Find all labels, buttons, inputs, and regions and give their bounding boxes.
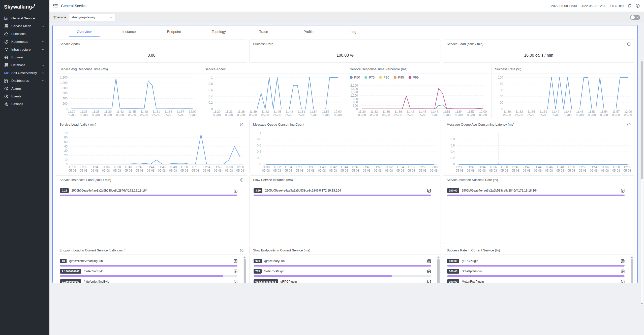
svg-text:11:57: 11:57 — [612, 110, 620, 114]
metric-list: 10/grpc/clientStreamingFun9.1666666667/o… — [56, 255, 247, 283]
info-icon[interactable] — [240, 249, 243, 252]
svg-text:11:36: 11:36 — [102, 165, 110, 169]
svg-text:05-08: 05-08 — [564, 114, 572, 117]
sidebar-item-label: Self Observability — [11, 71, 37, 75]
info-icon[interactable] — [240, 123, 243, 126]
view-toggle[interactable]: V — [630, 15, 640, 20]
legend-item[interactable]: P99 — [409, 76, 419, 79]
chevron-down-icon — [42, 80, 44, 82]
svg-text:05-08: 05-08 — [68, 114, 76, 117]
svg-text:05-08: 05-08 — [467, 114, 475, 117]
sidebar-item-events[interactable]: Events — [0, 92, 49, 100]
info-icon[interactable] — [627, 123, 631, 126]
metric-row: 613.3333333333gRPCPlugin — [250, 277, 441, 283]
svg-text:11:38: 11:38 — [501, 165, 508, 169]
svg-text:11:32: 11:32 — [273, 165, 281, 169]
service-select[interactable]: shenyu-gateway — [69, 14, 115, 21]
metric-label: gRPCPlugin — [462, 259, 478, 263]
metric-label: SofaRpcPlugin — [462, 270, 482, 273]
tab-trace[interactable]: Trace — [241, 26, 286, 38]
infrastructure-icon — [4, 47, 9, 52]
svg-text:11:52: 11:52 — [579, 165, 586, 169]
sidebar-item-settings[interactable]: Settings — [0, 100, 49, 108]
svg-text:05-08: 05-08 — [189, 114, 197, 117]
sidebar-item-self-observability[interactable]: Sw Self Observability — [0, 69, 49, 77]
svg-text:05-08: 05-08 — [600, 114, 608, 117]
card-scrollbar[interactable] — [243, 256, 246, 283]
svg-text:05-08: 05-08 — [523, 169, 531, 172]
info-icon[interactable] — [240, 178, 243, 182]
tab-overview[interactable]: Overview — [62, 26, 107, 38]
legend-item[interactable]: P95 — [394, 76, 404, 79]
svg-text:05-08: 05-08 — [307, 169, 315, 172]
inspect-button[interactable] — [234, 259, 237, 263]
svg-text:11:38: 11:38 — [113, 165, 121, 169]
inspect-button[interactable] — [427, 189, 431, 193]
chart-canvas: 00.20.40.60.8111:3005-0811:3205-0811:340… — [250, 129, 441, 173]
inspect-button[interactable] — [621, 280, 625, 283]
metric-value-badge: 715 — [254, 269, 262, 274]
sidebar-item-browser[interactable]: Browser — [0, 53, 49, 61]
legend-item[interactable]: P90 — [379, 76, 389, 79]
metric-bar — [60, 195, 237, 196]
svg-text:11:45: 11:45 — [419, 110, 426, 114]
tab-instance[interactable]: Instance — [107, 26, 151, 38]
sidebar-item-service-mesh[interactable]: Service Mesh — [0, 22, 49, 30]
scrollbar-thumb[interactable] — [641, 61, 643, 179]
inspect-button[interactable] — [234, 270, 237, 273]
inspect-chart-icon — [234, 189, 237, 193]
dashboard-toolbar: $Service shenyu-gateway V — [49, 12, 644, 23]
sidebar-item-database[interactable]: Database — [0, 61, 49, 69]
svg-text:11:30: 11:30 — [262, 165, 270, 169]
time-range[interactable]: 2022-05-08 11:30 ~ 2022-05-08 12:00 — [551, 4, 606, 8]
sidebar-item-general-service[interactable]: General Service — [0, 14, 49, 22]
inspect-chart-icon — [621, 270, 625, 273]
sidebar-item-alarms[interactable]: Alarms — [0, 85, 49, 92]
svg-text:11:45: 11:45 — [128, 110, 136, 114]
svg-text:11:45: 11:45 — [564, 110, 571, 114]
inspect-button[interactable] — [234, 189, 237, 193]
scroll-up-arrow[interactable] — [641, 59, 643, 60]
tab-profile[interactable]: Profile — [286, 26, 331, 38]
chart-canvas: 02040608010011:3005-0811:3305-0811:3605-… — [492, 73, 634, 118]
legend-item[interactable]: P50 — [350, 76, 360, 79]
app-logo[interactable]: Skywalking — [0, 0, 49, 14]
inspect-button[interactable] — [427, 280, 431, 283]
svg-text:05-08: 05-08 — [431, 114, 439, 117]
svg-text:05-08: 05-08 — [340, 169, 348, 172]
legend-item[interactable]: P75 — [364, 76, 375, 79]
inspect-button[interactable] — [621, 189, 625, 193]
info-icon[interactable] — [636, 4, 640, 8]
svg-text:05-08: 05-08 — [552, 114, 560, 117]
chart-legend: P50P75P90P95P99 — [350, 76, 419, 79]
tab-endpoint[interactable]: Endpoint — [151, 26, 196, 38]
inspect-button[interactable] — [427, 259, 431, 263]
svg-text:05-08: 05-08 — [334, 114, 342, 117]
inspect-button[interactable] — [621, 259, 625, 263]
sidebar: Skywalking General Service Service Mesh … — [0, 0, 49, 335]
tab-log[interactable]: Log — [331, 26, 376, 38]
metric-label: 2905b05eae4e4ae3a2a5b538ce8c2846@172.19.… — [265, 189, 341, 192]
sidebar-item-infrastructure[interactable]: Infrastructure — [0, 46, 49, 53]
page-scrollbar[interactable] — [640, 58, 644, 306]
inspect-button[interactable] — [621, 270, 625, 273]
svg-text:11:57: 11:57 — [322, 110, 329, 114]
info-icon[interactable] — [627, 42, 631, 46]
line-chart: 02004006008001,0001,20011:3005-0811:3305… — [56, 73, 199, 118]
sidebar-item-functions[interactable]: Functions — [0, 30, 49, 38]
inspect-button[interactable] — [234, 280, 237, 283]
refresh-icon[interactable] — [628, 4, 632, 8]
inspect-button[interactable] — [427, 270, 431, 273]
card-scrollbar[interactable] — [631, 256, 633, 283]
menu-fold-icon[interactable] — [53, 4, 58, 8]
sidebar-item-kubernetes[interactable]: Kubernetes — [0, 38, 49, 46]
card-scrollbar[interactable] — [437, 256, 440, 283]
tab-topology[interactable]: Topology — [196, 26, 241, 38]
sidebar-item-dashboards[interactable]: Dashboards — [0, 77, 49, 85]
chart-row-1: Service Avg Response Time (ms) 020040060… — [56, 65, 634, 118]
scroll-down-arrow[interactable] — [641, 303, 643, 305]
svg-text:11:56: 11:56 — [408, 165, 415, 169]
metric-row: 9.1666666667/order/findById — [56, 267, 247, 277]
svg-text:05-08: 05-08 — [213, 114, 221, 117]
line-chart: 01020304050607011:3005-0811:3205-0811:34… — [56, 129, 247, 173]
